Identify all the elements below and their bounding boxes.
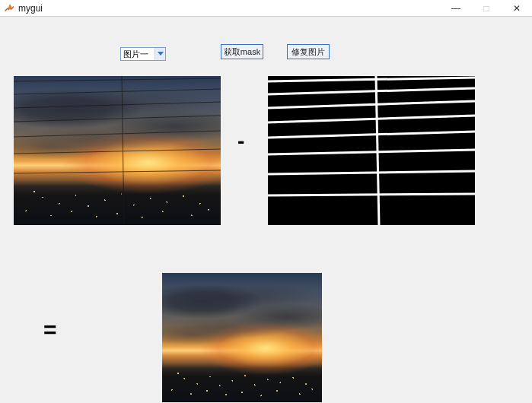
svg-line-3: [14, 116, 221, 122]
dropdown-selected-label: 图片一: [123, 49, 148, 60]
window-titlebar: mygui — □ ✕: [0, 0, 532, 17]
svg-line-7: [14, 193, 221, 195]
chevron-down-icon: [155, 48, 165, 60]
repair-image-button[interactable]: 修复图片: [287, 44, 330, 59]
maximize-button[interactable]: □: [471, 0, 502, 17]
svg-line-6: [14, 170, 221, 173]
get-mask-button[interactable]: 获取mask: [221, 44, 263, 59]
window-title: mygui: [18, 3, 43, 14]
matlab-logo-icon: [3, 2, 15, 14]
svg-line-1: [14, 89, 221, 94]
get-mask-button-label: 获取mask: [224, 46, 260, 58]
result-image-panel: [162, 273, 322, 402]
svg-line-5: [14, 149, 221, 154]
minimize-button[interactable]: —: [441, 0, 471, 17]
svg-line-2: [14, 102, 221, 108]
equals-symbol: =: [43, 317, 56, 343]
city-lights-layer: [162, 361, 322, 402]
wires-overlay: [14, 76, 221, 225]
image-select-dropdown[interactable]: 图片一: [120, 47, 166, 61]
svg-line-17: [268, 194, 475, 195]
close-button[interactable]: ✕: [502, 0, 532, 17]
svg-line-4: [14, 131, 221, 137]
close-icon: ✕: [513, 3, 521, 14]
repair-image-button-label: 修复图片: [291, 46, 325, 58]
svg-line-8: [122, 76, 124, 225]
client-area: 图片一 获取mask 修复图片 - =: [0, 17, 532, 403]
mask-content: [268, 76, 475, 225]
original-image-panel: [14, 76, 221, 225]
mask-image-panel: [268, 76, 475, 225]
maximize-icon: □: [483, 3, 489, 14]
minimize-icon: —: [451, 3, 460, 14]
svg-line-0: [14, 78, 221, 81]
minus-symbol: -: [237, 129, 244, 154]
